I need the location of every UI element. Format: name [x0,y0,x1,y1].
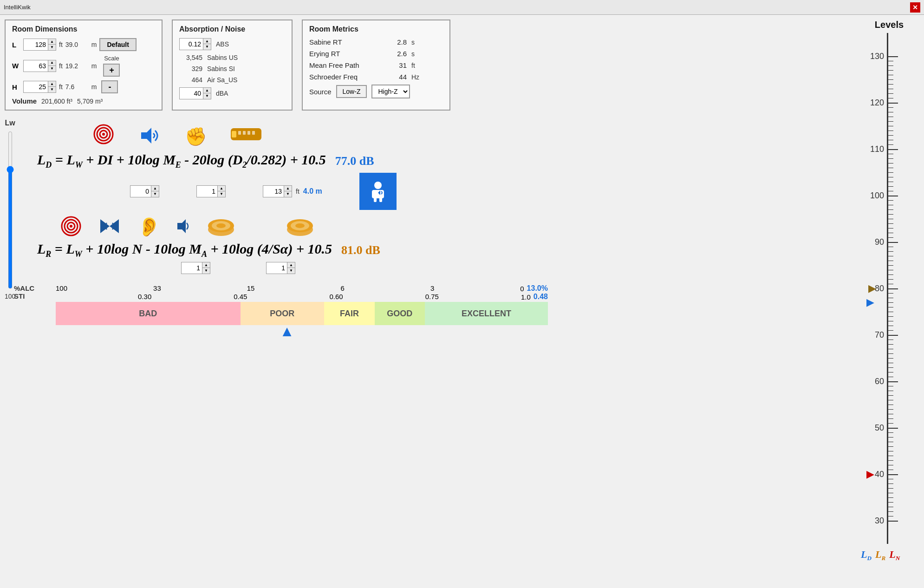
default-button[interactable]: Default [99,38,136,51]
spinbox-d2-btns[interactable]: ▲ ▼ [284,186,292,197]
dim-metric-H: 7.6 [65,83,89,91]
tick-110 [887,149,898,150]
tick-56 [887,400,893,400]
spinbox-me-down[interactable]: ▼ [218,191,225,197]
schroeder-freq-value: 44 [388,73,407,81]
absorption-title: Absorption / Noise [179,25,285,33]
spinbox-abs-btns[interactable]: ▲ ▼ [203,39,211,50]
scale-minus-button[interactable]: - [101,80,118,93]
spinbox-di-up[interactable]: ▲ [151,186,159,191]
input-n[interactable] [182,263,202,273]
abs-row-sabinsSI: 329 Sabins SI [179,65,285,72]
close-button[interactable]: ✕ [910,2,920,13]
input-L-ft[interactable]: 128 [24,40,48,49]
spinbox-d2-down[interactable]: ▼ [284,191,292,197]
tick-108 [887,158,893,159]
scale-label: Scale [104,55,119,62]
input-W-ft[interactable]: 63 [24,61,48,71]
spinbox-n-btns[interactable]: ▲ ▼ [202,262,210,274]
spinbox-d2[interactable]: ▲ ▼ [263,185,292,197]
tick-label-110: 110 [870,144,884,154]
tick-101 [887,191,893,191]
spinbox-di-down[interactable]: ▼ [151,191,159,197]
spinbox-me-btns[interactable]: ▲ ▼ [217,186,225,197]
scale-plus-button[interactable]: + [103,64,120,77]
tick-62 [887,372,893,372]
spinbox-abs-down[interactable]: ▼ [203,44,211,50]
tick-127 [887,70,893,71]
source-highz-select[interactable]: High-Z Low-Z [371,85,410,98]
input-me[interactable] [197,187,217,196]
svg-marker-22 [177,219,186,233]
tick-111 [887,144,893,145]
tick-128 [887,65,893,66]
lr-legend: LR [875,549,885,562]
input-dba[interactable]: 40 [180,89,203,98]
formula-1-text: LD = LW + DI + 10log ME - 20log (D2/0.28… [37,152,854,170]
tick-33 [887,507,893,507]
spinbox-L-down[interactable]: ▼ [48,45,56,50]
tick-34 [887,502,893,503]
tick-74 [887,316,893,317]
metric-row-sabineRT: Sabine RT 2.8 s [309,38,443,46]
tick-55 [887,405,893,405]
spinbox-me-up[interactable]: ▲ [218,186,225,191]
tick-106 [887,168,893,168]
sti-poor: POOR [241,302,325,325]
input-abs[interactable]: 0.12 [180,39,203,49]
spinbox-abs[interactable]: 0.12 ▲ ▼ [179,38,211,50]
speaker-waves-icon [137,125,162,148]
eyring-rt-label: Erying RT [309,50,384,58]
sti-num-060: 0.60 [330,293,343,301]
spinbox-H-btns[interactable]: ▲ ▼ [48,81,56,92]
spinbox-H-down[interactable]: ▼ [48,87,56,92]
spinbox-n-up[interactable]: ▲ [202,262,210,268]
spinbox-n[interactable]: ▲ ▼ [181,262,210,274]
lw-slider[interactable] [7,131,14,289]
tick-70 [887,335,898,336]
formula-2-text: LR = LW + 10log N - 10log MA + 10log (4/… [37,241,854,259]
spinbox-ma-up[interactable]: ▲ [287,262,295,268]
spinbox-di[interactable]: ▲ ▼ [130,185,159,197]
direct-formula-block: ✊ [37,124,854,277]
input-H-ft[interactable]: 25 [24,82,48,91]
air-sa-us-label: Air Sa_US [207,76,237,84]
spinbox-ma[interactable]: ▲ ▼ [266,262,295,274]
main-content: Room Dimensions L 128 ▲ ▼ ft 39.0 m Defa… [0,15,924,588]
spinbox-W-btns[interactable]: ▲ ▼ [48,60,56,72]
tick-61 [887,377,893,377]
spinbox-dba-down[interactable]: ▼ [203,93,211,99]
input-d2[interactable] [263,187,284,196]
spinbox-n-down[interactable]: ▼ [202,268,210,274]
tick-86 [887,261,893,261]
spinbox-L[interactable]: 128 ▲ ▼ [23,39,56,51]
dim-unit-L-m: m [91,41,97,48]
source-lowz-button[interactable]: Low-Z [336,85,367,98]
spinbox-dba-up[interactable]: ▲ [203,88,211,93]
tick-41 [887,470,893,470]
tick-89 [887,247,893,247]
spinbox-L-up[interactable]: ▲ [48,39,56,45]
spinbox-me[interactable]: ▲ ▼ [196,185,226,197]
spinbox-L-btns[interactable]: ▲ ▼ [48,39,56,50]
spinbox-W[interactable]: 63 ▲ ▼ [23,60,56,72]
spinbox-W-down[interactable]: ▼ [48,66,56,72]
target-icon [93,124,114,149]
spinbox-di-btns[interactable]: ▲ ▼ [151,186,159,197]
sti-excellent: EXCELLENT [425,302,548,325]
spinbox-H-up[interactable]: ▲ [48,81,56,87]
spinbox-dba-btns[interactable]: ▲ ▼ [203,88,211,99]
ma-input-group: ▲ ▼ [266,262,295,274]
spinbox-H[interactable]: 25 ▲ ▼ [23,81,56,93]
spinbox-d2-up[interactable]: ▲ [284,186,292,191]
tick-66 [887,353,893,354]
spinbox-abs-up[interactable]: ▲ [203,39,211,44]
input-ma[interactable] [267,263,287,273]
input-di[interactable] [130,187,151,196]
spinbox-dba[interactable]: 40 ▲ ▼ [179,87,211,99]
spinbox-ma-btns[interactable]: ▲ ▼ [287,262,295,274]
svg-rect-13 [374,197,377,202]
spinbox-W-up[interactable]: ▲ [48,60,56,66]
spinbox-ma-down[interactable]: ▼ [287,268,295,274]
tick-81 [887,284,893,284]
